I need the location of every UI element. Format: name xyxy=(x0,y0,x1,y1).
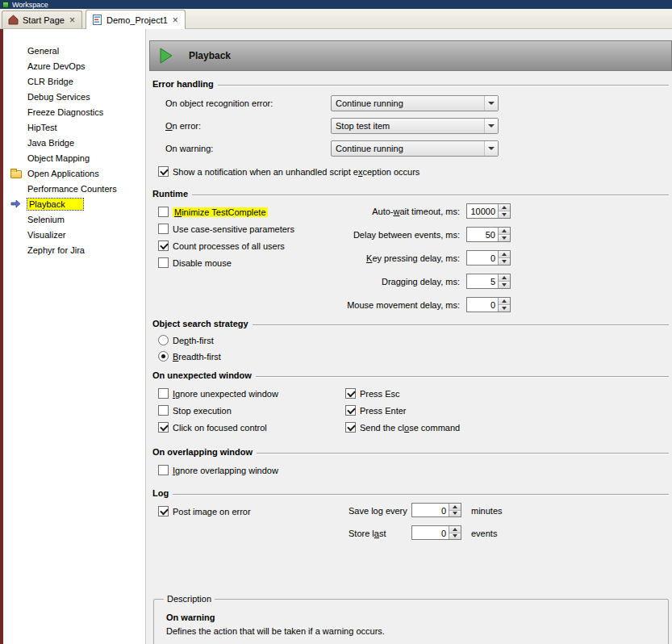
spinner-down-icon[interactable] xyxy=(449,511,461,517)
section-divider xyxy=(253,324,669,326)
sidebar-item-general[interactable]: General xyxy=(3,43,145,58)
spinner-buttons xyxy=(498,251,510,265)
spinner-up-icon[interactable] xyxy=(499,204,510,211)
label-key-pressing-delay: Key pressing delay, ms: xyxy=(296,253,460,264)
sidebar-item-label: General xyxy=(27,46,59,56)
sidebar-item-java-bridge[interactable]: Java Bridge xyxy=(3,135,145,150)
spinner-down-icon[interactable] xyxy=(499,258,510,265)
checkbox-press-enter[interactable]: Press Enter xyxy=(345,404,406,416)
spinner-delay-between-events[interactable]: 50 xyxy=(466,227,511,242)
checkbox-count-processes[interactable]: Count processes of all users xyxy=(158,240,285,252)
checkbox-box[interactable] xyxy=(158,388,169,399)
spinner-up-icon[interactable] xyxy=(499,298,510,305)
checkbox-box[interactable] xyxy=(345,422,356,433)
tab-start-page[interactable]: Start Page × xyxy=(2,10,82,28)
sidebar-item-object-mapping[interactable]: Object Mapping xyxy=(3,150,145,165)
checkbox-ignore-unexpected-window[interactable]: Ignore unexpected window xyxy=(158,387,278,399)
tab-demo-project1[interactable]: Demo_Project1 × xyxy=(86,10,186,29)
checkbox-box[interactable] xyxy=(345,388,356,399)
checkbox-box[interactable] xyxy=(158,405,169,416)
spinner-store-last[interactable]: 0 xyxy=(411,525,461,540)
spinner-buttons xyxy=(498,204,510,218)
checkbox-click-on-focused-control[interactable]: Click on focused control xyxy=(158,421,267,433)
chevron-down-icon[interactable] xyxy=(484,96,498,111)
sidebar-item-freeze-diagnostics[interactable]: Freeze Diagnostics xyxy=(3,104,145,119)
radio-depth-first[interactable]: Depth-first xyxy=(158,334,214,346)
spinner-save-log-every[interactable]: 0 xyxy=(411,503,461,517)
playback-settings-panel: Playback Error handling On object recogn… xyxy=(146,29,672,644)
sidebar-item-playback[interactable]: Playback xyxy=(3,196,145,211)
checkbox-post-image-on-error[interactable]: Post image on error xyxy=(158,505,251,517)
chevron-down-icon[interactable] xyxy=(484,119,498,133)
spinner-up-icon[interactable] xyxy=(499,228,510,235)
combo-on-error[interactable]: Stop test item xyxy=(331,118,499,134)
spinner-dragging-delay[interactable]: 5 xyxy=(466,274,511,289)
checkbox-label: Click on focused control xyxy=(173,423,267,433)
checkbox-label: Minimize TestComplete xyxy=(173,207,268,217)
sidebar-item-zephyr-for-jira[interactable]: Zephyr for Jira xyxy=(3,242,145,257)
checkbox-box[interactable] xyxy=(158,465,169,475)
sidebar-item-hiptest[interactable]: HipTest xyxy=(3,119,145,135)
chevron-down-icon[interactable] xyxy=(484,141,498,156)
section-error-handling: Error handling xyxy=(152,78,669,90)
window-title: Workspace xyxy=(12,1,48,9)
checkbox-press-esc[interactable]: Press Esc xyxy=(345,387,400,399)
spinner-value[interactable]: 0 xyxy=(412,526,449,539)
document-tabbar: Start Page × Demo_Project1 × xyxy=(0,9,672,29)
checkbox-send-close-command[interactable]: Send the close command xyxy=(345,421,460,433)
sidebar-item-performance-counters[interactable]: Performance Counters xyxy=(3,181,145,196)
checkbox-stop-execution[interactable]: Stop execution xyxy=(158,404,232,416)
radio-circle[interactable] xyxy=(158,351,169,362)
checkbox-ignore-overlapping-window[interactable]: Ignore overlapping window xyxy=(158,464,278,476)
checkbox-box[interactable] xyxy=(158,257,169,268)
spinner-up-icon[interactable] xyxy=(499,274,510,282)
checkbox-box[interactable] xyxy=(345,405,356,416)
spinner-down-icon[interactable] xyxy=(499,235,510,241)
sidebar-item-clr-bridge[interactable]: CLR Bridge xyxy=(3,73,145,89)
workspace-icon xyxy=(2,2,9,8)
sidebar-item-open-applications[interactable]: Open Applications xyxy=(3,165,145,181)
sidebar-item-label: HipTest xyxy=(27,123,57,132)
checkbox-box[interactable] xyxy=(158,240,169,251)
spinner-key-pressing-delay[interactable]: 0 xyxy=(466,250,511,266)
spinner-mouse-movement-delay[interactable]: 0 xyxy=(466,297,511,312)
checkbox-box[interactable] xyxy=(158,506,169,516)
checkbox-box[interactable] xyxy=(158,166,169,177)
checkbox-use-case-sensitive-parameters[interactable]: Use case-sensitive parameters xyxy=(158,223,294,235)
spinner-up-icon[interactable] xyxy=(449,526,461,533)
spinner-value[interactable]: 0 xyxy=(412,504,449,516)
section-divider xyxy=(218,85,669,86)
spinner-auto-wait-timeout[interactable]: 10000 xyxy=(466,203,511,219)
spinner-value[interactable]: 50 xyxy=(467,228,498,241)
spinner-down-icon[interactable] xyxy=(499,282,510,288)
checkbox-box[interactable] xyxy=(158,207,169,217)
close-tab-icon[interactable]: × xyxy=(172,16,179,24)
sidebar-item-visualizer[interactable]: Visualizer xyxy=(3,227,145,242)
spinner-value[interactable]: 10000 xyxy=(467,204,498,218)
checkbox-label: Show a notification when an unhandled sc… xyxy=(173,167,419,177)
checkbox-box[interactable] xyxy=(158,422,169,433)
spinner-down-icon[interactable] xyxy=(499,305,510,312)
spinner-up-icon[interactable] xyxy=(449,504,461,511)
spinner-value[interactable]: 5 xyxy=(467,274,498,288)
close-tab-icon[interactable]: × xyxy=(69,16,76,24)
checkbox-label: Post image on error xyxy=(173,507,251,516)
page-title: Playback xyxy=(189,50,231,61)
combo-on-object-recognition-error[interactable]: Continue running xyxy=(331,95,499,111)
checkbox-minimize-testcomplete[interactable]: Minimize TestComplete xyxy=(158,206,268,218)
checkbox-show-notification[interactable]: Show a notification when an unhandled sc… xyxy=(158,165,419,178)
sidebar-item-selenium[interactable]: Selenium xyxy=(3,211,145,227)
checkbox-disable-mouse[interactable]: Disable mouse xyxy=(158,257,232,269)
spinner-up-icon[interactable] xyxy=(499,251,510,258)
spinner-down-icon[interactable] xyxy=(499,211,510,218)
combo-on-warning[interactable]: Continue running xyxy=(331,140,499,157)
sidebar-item-debug-services[interactable]: Debug Services xyxy=(3,89,145,104)
spinner-value[interactable]: 0 xyxy=(467,298,498,312)
checkbox-box[interactable] xyxy=(158,224,169,234)
spinner-buttons xyxy=(498,298,510,312)
sidebar-item-azure-devops[interactable]: Azure DevOps xyxy=(3,58,145,73)
radio-circle[interactable] xyxy=(158,335,169,345)
radio-breadth-first[interactable]: Breadth-first xyxy=(158,350,221,362)
spinner-value[interactable]: 0 xyxy=(467,251,498,265)
spinner-down-icon[interactable] xyxy=(449,533,461,540)
